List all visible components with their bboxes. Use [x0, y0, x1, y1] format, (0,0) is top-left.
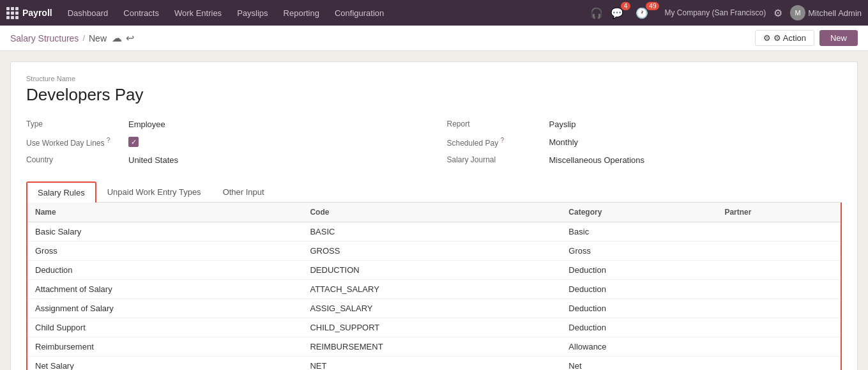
salary-journal-value[interactable]: Miscellaneous Operations [549, 155, 645, 165]
cell-code: NET [302, 357, 561, 371]
cell-partner [717, 318, 841, 337]
table-row[interactable]: Child SupportCHILD_SUPPORTDeduction [27, 318, 841, 337]
cell-code: BASIC [302, 222, 561, 242]
structure-name-label: Structure Name [26, 75, 842, 82]
col-header-partner: Partner [717, 203, 841, 222]
table-row[interactable]: DeductionDEDUCTIONDeduction [27, 261, 841, 280]
tab-unpaid-work-entry-types[interactable]: Unpaid Work Entry Types [96, 181, 212, 203]
header-actions: ⚙ ⚙ Action New [755, 30, 858, 46]
use-worked-day-checkbox[interactable]: ✓ [128, 137, 139, 147]
cell-category: Net [561, 357, 717, 371]
user-name: Mitchell Admin [808, 8, 862, 18]
company-name[interactable]: My Company (San Francisco) [664, 8, 766, 17]
type-value[interactable]: Employee [128, 119, 165, 129]
field-type: Type Employee [26, 115, 422, 133]
clock-notification[interactable]: 🕐 49 [636, 7, 659, 19]
cell-category: Allowance [561, 337, 717, 357]
nav-contracts[interactable]: Contracts [117, 0, 165, 26]
scheduled-pay-label: Scheduled Pay ? [447, 137, 549, 148]
cell-partner [717, 242, 841, 261]
discard-icon[interactable]: ↩ [126, 32, 134, 44]
cell-name: Assignment of Salary [27, 299, 302, 318]
cell-name: Deduction [27, 261, 302, 280]
table-row[interactable]: Attachment of SalaryATTACH_SALARYDeducti… [27, 280, 841, 299]
save-cloud-icon[interactable]: ☁ [112, 32, 122, 44]
col-header-name: Name [27, 203, 302, 222]
clock-badge: 49 [646, 2, 659, 10]
cell-partner [717, 337, 841, 357]
breadcrumb-separator: / [82, 33, 85, 43]
cell-category: Deduction [561, 261, 717, 280]
top-right-actions: 🎧 💬 4 🕐 49 My Company (San Francisco) ⚙ … [588, 4, 862, 22]
headset-icon[interactable]: 🎧 [588, 4, 605, 22]
gear-icon: ⚙ [763, 33, 771, 43]
table-row[interactable]: ReimbursementREIMBURSEMENTAllowance [27, 337, 841, 357]
col-header-code: Code [302, 203, 561, 222]
table-row[interactable]: Basic SalaryBASICBasic [27, 222, 841, 242]
report-label: Report [447, 119, 549, 128]
salary-journal-label: Salary Journal [447, 155, 549, 164]
grid-icon [6, 7, 19, 19]
cell-name: Child Support [27, 318, 302, 337]
field-salary-journal: Salary Journal Miscellaneous Operations [447, 151, 842, 169]
nav-payslips[interactable]: Payslips [231, 0, 274, 26]
cell-category: Deduction [561, 318, 717, 337]
cell-category: Gross [561, 242, 717, 261]
cell-category: Deduction [561, 299, 717, 318]
page-content: Structure Name Developers Pay Type Emplo… [0, 51, 868, 370]
cell-code: DEDUCTION [302, 261, 561, 280]
breadcrumb-parent[interactable]: Salary Structures [10, 33, 79, 43]
form-title[interactable]: Developers Pay [26, 85, 842, 105]
cell-name: Attachment of Salary [27, 280, 302, 299]
breadcrumb-current: New [89, 33, 107, 43]
field-scheduled-pay: Scheduled Pay ? Monthly [447, 133, 842, 151]
nav-work-entries[interactable]: Work Entries [168, 0, 228, 26]
use-worked-day-label: Use Worked Day Lines ? [26, 137, 128, 148]
field-report: Report Payslip [447, 115, 842, 133]
scheduled-pay-value[interactable]: Monthly [549, 137, 579, 147]
settings-icon[interactable]: ⚙ [771, 4, 785, 22]
tab-other-input[interactable]: Other Input [212, 181, 275, 203]
right-fields: Report Payslip Scheduled Pay ? Monthly S… [447, 115, 842, 169]
table-row[interactable]: Assignment of SalaryASSIG_SALARYDeductio… [27, 299, 841, 318]
field-country: Country United States [26, 151, 422, 169]
col-header-category: Category [561, 203, 717, 222]
new-button[interactable]: New [819, 30, 858, 46]
chat-badge: 4 [621, 2, 631, 10]
fields-grid: Type Employee Use Worked Day Lines ? ✓ C… [26, 115, 842, 169]
salary-rules-table: Name Code Category Partner Basic SalaryB… [27, 203, 841, 370]
form-card: Structure Name Developers Pay Type Emplo… [10, 61, 858, 370]
cell-code: ATTACH_SALARY [302, 280, 561, 299]
type-label: Type [26, 119, 128, 128]
cell-code: REIMBURSEMENT [302, 337, 561, 357]
breadcrumb-bar: Salary Structures / New ☁ ↩ ⚙ ⚙ Action N… [0, 26, 868, 51]
tab-salary-rules[interactable]: Salary Rules [26, 181, 96, 203]
action-label: ⚙ Action [773, 33, 806, 43]
nav-dashboard[interactable]: Dashboard [61, 0, 115, 26]
cell-category: Deduction [561, 280, 717, 299]
user-menu[interactable]: M Mitchell Admin [790, 5, 862, 20]
cell-code: GROSS [302, 242, 561, 261]
tabs-bar: Salary Rules Unpaid Work Entry Types Oth… [26, 181, 842, 203]
table-row[interactable]: GrossGROSSGross [27, 242, 841, 261]
nav-configuration[interactable]: Configuration [328, 0, 390, 26]
nav-reporting[interactable]: Reporting [277, 0, 326, 26]
avatar: M [790, 5, 805, 20]
salary-rules-table-container: Name Code Category Partner Basic SalaryB… [26, 203, 842, 370]
cell-partner [717, 222, 841, 242]
cell-partner [717, 299, 841, 318]
table-row[interactable]: Net SalaryNETNet [27, 357, 841, 371]
cell-name: Basic Salary [27, 222, 302, 242]
field-use-worked-day: Use Worked Day Lines ? ✓ [26, 133, 422, 151]
chat-notification[interactable]: 💬 4 [611, 7, 631, 19]
country-label: Country [26, 155, 128, 164]
action-button[interactable]: ⚙ ⚙ Action [755, 30, 814, 46]
table-header-row: Name Code Category Partner [27, 203, 841, 222]
report-value[interactable]: Payslip [549, 119, 576, 129]
left-fields: Type Employee Use Worked Day Lines ? ✓ C… [26, 115, 422, 169]
cell-partner [717, 280, 841, 299]
cell-name: Reimbursement [27, 337, 302, 357]
app-logo[interactable]: Payroll [6, 7, 52, 19]
country-value[interactable]: United States [128, 155, 178, 165]
breadcrumb-actions: ☁ ↩ [112, 32, 134, 44]
